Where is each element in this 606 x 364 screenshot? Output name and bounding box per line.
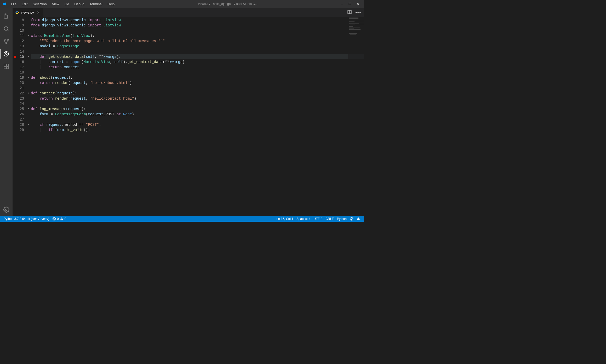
line-number: 21 <box>17 86 24 91</box>
code-line[interactable]: def about(request): <box>31 75 364 80</box>
svg-point-11 <box>5 209 7 211</box>
breakpoint-slot[interactable] <box>13 49 17 54</box>
code-line[interactable]: class HomeListView(ListView): <box>31 33 364 38</box>
svg-point-4 <box>6 42 7 44</box>
breakpoint-slot[interactable] <box>13 44 17 49</box>
code-line[interactable]: def contact(request): <box>31 91 364 96</box>
code-line[interactable]: │ │ context = super(HomeListView, self).… <box>31 59 364 65</box>
tab-views-py[interactable]: views.py ✕ <box>13 8 44 17</box>
fold-marker[interactable] <box>26 91 31 96</box>
breakpoint-slot[interactable] <box>13 86 17 91</box>
status-feedback-icon[interactable] <box>348 217 355 221</box>
code-line[interactable]: from django.views.generic import ListVie… <box>31 23 364 28</box>
status-language[interactable]: Python <box>335 217 348 221</box>
line-number: 14 <box>17 49 24 54</box>
breakpoint-slot[interactable] <box>13 75 17 80</box>
svg-line-1 <box>7 30 9 31</box>
warnings-count: 0 <box>65 217 66 221</box>
fold-gutter[interactable] <box>26 17 31 216</box>
code-line[interactable]: from django.views.generic import ListVie… <box>31 18 364 23</box>
maximize-button[interactable]: ☐ <box>348 2 351 6</box>
line-number: 15 <box>17 54 24 59</box>
fold-marker[interactable] <box>26 122 31 127</box>
svg-rect-9 <box>4 67 6 69</box>
minimize-button[interactable]: ─ <box>341 2 343 6</box>
status-ln-col[interactable]: Ln 15, Col 1 <box>275 217 295 221</box>
fold-marker[interactable] <box>26 33 31 38</box>
fold-marker <box>26 59 31 65</box>
minimap[interactable] <box>348 17 364 216</box>
breakpoint-slot[interactable] <box>13 112 17 117</box>
breakpoint-gutter[interactable] <box>13 17 17 216</box>
code-line[interactable]: │ def get_context_data(self, **kwargs): <box>31 54 364 59</box>
menu-file[interactable]: File <box>8 2 19 6</box>
code-line[interactable] <box>31 70 364 75</box>
source-control-icon[interactable] <box>0 35 13 48</box>
code-line[interactable] <box>31 117 364 122</box>
fold-marker <box>26 65 31 70</box>
code-line[interactable]: │ │ return context <box>31 65 364 70</box>
menu-go[interactable]: Go <box>62 2 72 6</box>
code-line[interactable]: def log_message(request): <box>31 106 364 112</box>
extensions-icon[interactable] <box>0 60 13 73</box>
breakpoint-slot[interactable] <box>13 96 17 101</box>
status-spaces[interactable]: Spaces: 4 <box>295 217 312 221</box>
menu-edit[interactable]: Edit <box>19 2 30 6</box>
breakpoint-slot[interactable] <box>13 38 17 44</box>
code-line[interactable] <box>31 101 364 106</box>
tab-close-icon[interactable]: ✕ <box>36 10 41 15</box>
breakpoint-slot[interactable] <box>13 54 17 59</box>
breakpoint-slot[interactable] <box>13 80 17 86</box>
settings-gear-icon[interactable] <box>0 203 13 216</box>
fold-marker <box>26 117 31 122</box>
breakpoint-slot[interactable] <box>13 127 17 133</box>
split-editor-icon[interactable] <box>347 10 352 15</box>
breakpoint-slot[interactable] <box>13 59 17 65</box>
breakpoint-slot[interactable] <box>13 117 17 122</box>
breakpoint-slot[interactable] <box>13 23 17 28</box>
more-actions-icon[interactable]: ••• <box>355 10 361 15</box>
search-icon[interactable] <box>0 22 13 35</box>
breakpoint-slot[interactable] <box>13 101 17 106</box>
window-title: views.py - hello_django - Visual Studio … <box>117 2 338 6</box>
status-errors[interactable]: 0 0 <box>51 217 68 221</box>
code-line[interactable]: │ """Renders the home page, with a list … <box>31 38 364 44</box>
fold-marker[interactable] <box>26 75 31 80</box>
menu-view[interactable]: View <box>49 2 62 6</box>
code-line[interactable] <box>31 28 364 33</box>
code-line[interactable]: │ │ if form.is_valid(): <box>31 127 364 133</box>
breakpoint-slot[interactable] <box>13 18 17 23</box>
code-line[interactable]: │ return render(request, "hello/about.ht… <box>31 80 364 86</box>
svg-point-2 <box>4 39 5 41</box>
breakpoint-slot[interactable] <box>13 122 17 127</box>
menu-debug[interactable]: Debug <box>72 2 87 6</box>
close-button[interactable]: ✕ <box>357 2 359 6</box>
breakpoint-slot[interactable] <box>13 106 17 112</box>
breakpoint-slot[interactable] <box>13 91 17 96</box>
svg-point-0 <box>4 27 8 30</box>
code-line[interactable]: │ if request.method == "POST": <box>31 122 364 127</box>
menu-selection[interactable]: Selection <box>30 2 49 6</box>
code-line[interactable] <box>31 49 364 54</box>
status-python-version[interactable]: Python 3.7.3 64-bit ('venv': venv) <box>2 217 51 221</box>
menu-terminal[interactable]: Terminal <box>87 2 105 6</box>
breakpoint-slot[interactable] <box>13 70 17 75</box>
code-line[interactable]: │ form = LogMessageForm(request.POST or … <box>31 112 364 117</box>
status-encoding[interactable]: UTF-8 <box>312 217 324 221</box>
code-line[interactable]: │ return render(request, "hello/contact.… <box>31 96 364 101</box>
line-number: 12 <box>17 38 24 44</box>
fold-marker[interactable] <box>26 106 31 112</box>
code-content[interactable]: from django.views.generic import ListVie… <box>31 17 364 216</box>
status-eol[interactable]: CRLF <box>324 217 335 221</box>
code-line[interactable] <box>31 86 364 91</box>
breakpoint-slot[interactable] <box>13 33 17 38</box>
debug-icon[interactable] <box>0 48 13 60</box>
code-editor[interactable]: 8910111213141516171819202122232425262728… <box>13 17 364 216</box>
explorer-icon[interactable] <box>0 10 13 22</box>
code-line[interactable]: │ model = LogMessage <box>31 44 364 49</box>
status-notifications-icon[interactable] <box>355 217 362 221</box>
fold-marker[interactable] <box>26 54 31 59</box>
menu-help[interactable]: Help <box>105 2 117 6</box>
breakpoint-slot[interactable] <box>13 65 17 70</box>
breakpoint-slot[interactable] <box>13 28 17 33</box>
